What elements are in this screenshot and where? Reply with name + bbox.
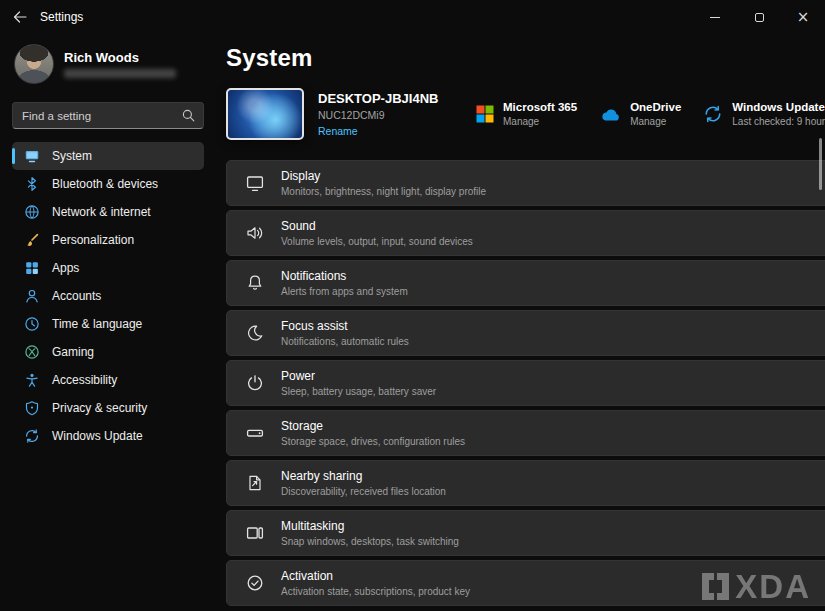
quick-link-microsoft-365[interactable]: Microsoft 365 Manage — [476, 101, 577, 127]
sidebar-item-accessibility[interactable]: Accessibility — [12, 366, 204, 394]
device-header: DESKTOP-JBJI4NB NUC12DCMi9 Rename Micros… — [226, 88, 825, 140]
row-title: Power — [281, 369, 436, 383]
row-multitasking[interactable]: Multitasking Snap windows, desktops, tas… — [226, 510, 825, 556]
row-focus-assist[interactable]: Focus assist Notifications, automatic ru… — [226, 310, 825, 356]
row-storage[interactable]: Storage Storage space, drives, configura… — [226, 410, 825, 456]
sidebar-item-apps[interactable]: Apps — [12, 254, 204, 282]
search-box[interactable] — [12, 102, 204, 129]
row-title: Display — [281, 169, 486, 183]
close-button[interactable]: × — [781, 0, 825, 34]
row-text: Notifications Alerts from apps and syste… — [281, 269, 408, 297]
quick-link-label: OneDrive — [630, 101, 681, 113]
xda-bracket-icon — [717, 573, 729, 600]
avatar — [14, 44, 54, 84]
profile-section[interactable]: Rich Woods — [12, 38, 204, 90]
check-circle-icon — [245, 573, 265, 593]
sidebar: Rich Woods System Bluetooth & devic — [0, 34, 214, 611]
sidebar-item-label: Network & internet — [52, 205, 151, 219]
row-sound[interactable]: Sound Volume levels, output, input, soun… — [226, 210, 825, 256]
device-info: DESKTOP-JBJI4NB NUC12DCMi9 Rename — [318, 91, 476, 137]
quick-link-label: Windows Update — [732, 101, 825, 113]
row-text: Display Monitors, brightness, night ligh… — [281, 169, 486, 197]
row-title: Focus assist — [281, 319, 409, 333]
settings-app-body: Rich Woods System Bluetooth & devic — [0, 34, 825, 611]
sidebar-item-accounts[interactable]: Accounts — [12, 282, 204, 310]
scrollbar-thumb[interactable] — [819, 138, 822, 190]
speaker-icon — [245, 223, 265, 243]
quick-link-onedrive[interactable]: OneDrive Manage — [599, 101, 681, 127]
maximize-icon — [755, 13, 764, 22]
row-subtitle: Sleep, battery usage, battery saver — [281, 386, 436, 397]
profile-email-redacted — [64, 69, 176, 78]
close-icon: × — [797, 10, 810, 25]
quick-link-windows-update[interactable]: Windows Update Last checked: 9 hours ago — [703, 101, 825, 127]
xbox-icon — [24, 344, 40, 360]
minimize-icon — [710, 17, 720, 18]
row-title: Notifications — [281, 269, 408, 283]
row-subtitle: Alerts from apps and system — [281, 286, 408, 297]
sidebar-item-bluetooth-devices[interactable]: Bluetooth & devices — [12, 170, 204, 198]
quick-link-text: OneDrive Manage — [630, 101, 681, 127]
sidebar-item-label: Bluetooth & devices — [52, 177, 158, 191]
sidebar-item-time-language[interactable]: Time & language — [12, 310, 204, 338]
windows-update-arrows-icon — [703, 104, 723, 124]
sidebar-item-label: Gaming — [52, 345, 94, 359]
search-input[interactable] — [22, 110, 182, 122]
power-symbol-icon — [245, 373, 265, 393]
crescent-moon-icon — [245, 323, 265, 343]
quick-link-text: Windows Update Last checked: 9 hours ago — [732, 101, 825, 127]
onedrive-cloud-icon — [599, 107, 621, 122]
row-subtitle: Volume levels, output, input, sound devi… — [281, 236, 473, 247]
sidebar-item-system[interactable]: System — [12, 142, 204, 170]
arrow-left-icon — [13, 11, 27, 23]
person-icon — [24, 288, 40, 304]
row-nearby-sharing[interactable]: Nearby sharing Discoverability, received… — [226, 460, 825, 506]
row-power[interactable]: Power Sleep, battery usage, battery save… — [226, 360, 825, 406]
profile-name: Rich Woods — [64, 50, 176, 65]
row-text: Storage Storage space, drives, configura… — [281, 419, 465, 447]
sidebar-item-gaming[interactable]: Gaming — [12, 338, 204, 366]
settings-rows: Display Monitors, brightness, night ligh… — [226, 160, 825, 606]
sidebar-item-label: Personalization — [52, 233, 134, 247]
quick-link-sub: Manage — [630, 116, 681, 127]
row-subtitle: Snap windows, desktops, task switching — [281, 536, 459, 547]
microsoft-logo-icon — [476, 105, 494, 123]
brush-icon — [24, 232, 40, 248]
sidebar-item-personalization[interactable]: Personalization — [12, 226, 204, 254]
update-arrows-icon — [24, 428, 40, 444]
apps-grid-icon — [24, 260, 40, 276]
row-text: Sound Volume levels, output, input, soun… — [281, 219, 473, 247]
row-title: Storage — [281, 419, 465, 433]
snap-windows-icon — [245, 523, 265, 543]
shield-icon — [24, 400, 40, 416]
quick-link-sub: Manage — [503, 116, 577, 127]
row-subtitle: Monitors, brightness, night light, displ… — [281, 186, 486, 197]
page-title: System — [226, 44, 825, 72]
sidebar-item-label: Windows Update — [52, 429, 143, 443]
sidebar-nav: System Bluetooth & devices Network & int… — [12, 142, 204, 450]
device-name: DESKTOP-JBJI4NB — [318, 91, 476, 106]
row-subtitle: Discoverability, received files location — [281, 486, 446, 497]
maximize-button[interactable] — [737, 0, 781, 34]
row-subtitle: Notifications, automatic rules — [281, 336, 409, 347]
xda-bracket-icon — [702, 573, 714, 600]
row-subtitle: Storage space, drives, configuration rul… — [281, 436, 465, 447]
sidebar-item-windows-update[interactable]: Windows Update — [12, 422, 204, 450]
row-notifications[interactable]: Notifications Alerts from apps and syste… — [226, 260, 825, 306]
window-title: Settings — [40, 10, 83, 24]
back-button[interactable] — [0, 0, 40, 34]
row-display[interactable]: Display Monitors, brightness, night ligh… — [226, 160, 825, 206]
monitor-icon — [24, 148, 40, 164]
titlebar: Settings × — [0, 0, 825, 34]
globe-icon — [24, 204, 40, 220]
sidebar-item-label: System — [52, 149, 92, 163]
row-title: Nearby sharing — [281, 469, 446, 483]
sidebar-item-network-internet[interactable]: Network & internet — [12, 198, 204, 226]
sidebar-item-label: Time & language — [52, 317, 142, 331]
row-text: Multitasking Snap windows, desktops, tas… — [281, 519, 459, 547]
sidebar-item-label: Apps — [52, 261, 79, 275]
rename-link[interactable]: Rename — [318, 125, 476, 137]
minimize-button[interactable] — [693, 0, 737, 34]
quick-link-text: Microsoft 365 Manage — [503, 101, 577, 127]
sidebar-item-privacy-security[interactable]: Privacy & security — [12, 394, 204, 422]
